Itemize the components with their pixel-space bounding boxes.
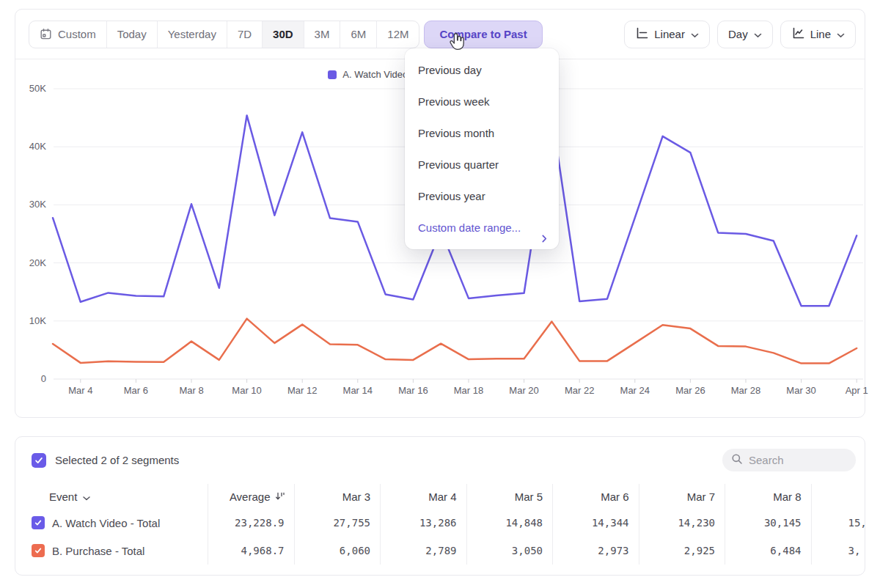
segments-header: Selected 2 of 2 segments [15,437,865,471]
value-cell: 23,228.9 [208,509,294,537]
series-line-b-purchase-total [53,319,857,364]
value-cell: 6,484 [725,537,811,565]
table-row-a-watch-video-total: A. Watch Video - Total23,228.927,75513,2… [15,509,865,537]
value-cell: 3,050 [466,537,553,565]
value-cell: 2,973 [552,537,639,565]
value-cell: 13,286 [380,509,466,537]
date-preset-7d[interactable]: 7D [227,21,263,48]
x-axis-tick-label: Mar 30 [777,385,826,396]
value-cell: 4,968.7 [208,537,294,565]
column-header-label: Average [230,490,271,503]
date-preset-group: CustomTodayYesterday7D30D3M6M12M [29,21,419,48]
value-cell: 30,145 [725,509,811,537]
x-axis-tick-label: Mar 20 [500,385,549,396]
compare-to-past-button[interactable]: Compare to Past [424,21,542,48]
column-header-label: Mar 7 [687,490,715,503]
value-cell: 6,060 [294,537,381,565]
search-icon [731,453,743,468]
y-axis-tick-label: 30K [15,199,46,210]
table-row-b-purchase-total: B. Purchase - Total4,968.76,0602,7893,05… [15,537,865,565]
event-name: B. Purchase - Total [52,545,144,557]
column-header-event[interactable]: Event [15,484,208,509]
menu-item-previous-week[interactable]: Previous week [405,86,559,117]
value-cell: 14,848 [466,509,553,537]
table-header-row: EventAverageMar 3Mar 4Mar 5Mar 6Mar 7Mar… [15,484,865,509]
compare-to-past-label: Compare to Past [439,28,527,40]
event-cell: A. Watch Video - Total [15,509,208,537]
menu-item-previous-year[interactable]: Previous year [405,180,559,212]
menu-item-custom-date-range[interactable]: Custom date range... [405,212,559,243]
column-header-label: Mar 8 [773,490,801,503]
scale-label: Linear [654,28,685,40]
y-axis-tick-label: 20K [15,257,46,268]
x-axis-tick-label: Apr 1 [832,385,880,396]
value-cell: 3, [811,537,866,565]
column-header-mar-6: Mar 6 [552,484,639,509]
column-header-label: M [865,490,866,503]
select-all-checkbox[interactable] [32,453,46,468]
selected-segments-label: Selected 2 of 2 segments [55,454,179,466]
date-preset-yesterday[interactable]: Yesterday [158,21,227,48]
date-preset-label: 30D [273,28,293,40]
x-axis-tick-label: Mar 22 [555,385,604,396]
date-preset-label: 12M [387,28,408,40]
date-preset-custom[interactable]: Custom [29,21,107,48]
y-axis-tick-label: 0 [15,373,46,384]
date-preset-label: 7D [238,28,252,40]
x-axis-tick-label: Mar 8 [167,385,216,396]
segments-table: EventAverageMar 3Mar 4Mar 5Mar 6Mar 7Mar… [15,484,865,565]
column-header-mar-8: Mar 8 [725,484,811,509]
column-header-average[interactable]: Average [208,484,294,509]
segment-checkbox-a-watch-video-total[interactable] [32,516,45,529]
interval-label: Day [728,28,748,40]
menu-item-previous-month[interactable]: Previous month [405,117,559,149]
date-preset-label: 6M [351,28,366,40]
compare-menu-list: Previous dayPrevious weekPrevious monthP… [405,54,559,243]
chevron-down-icon [691,28,699,40]
x-axis-tick-label: Mar 12 [278,385,326,396]
segment-checkbox-b-purchase-total[interactable] [32,544,45,557]
search-input[interactable] [749,454,844,466]
x-axis-tick-label: Mar 6 [111,385,160,396]
menu-item-previous-quarter[interactable]: Previous quarter [405,149,559,180]
x-axis-tick-label: Mar 14 [334,385,382,396]
column-header-label: Mar 4 [428,490,456,503]
segment-search[interactable] [722,449,856,471]
date-preset-today[interactable]: Today [107,21,158,48]
scale-dropdown-button[interactable]: Linear [624,21,710,48]
x-axis-tick-label: Mar 4 [56,385,105,396]
value-cell: 27,755 [294,509,381,537]
chevron-down-icon [754,28,762,40]
column-header-mar-7: Mar 7 [639,484,725,509]
menu-item-previous-day[interactable]: Previous day [405,54,559,86]
value-cell: 14,230 [639,509,725,537]
chart-type-label: Line [810,28,831,40]
date-preset-12m[interactable]: 12M [377,21,419,48]
column-header-label: Mar 5 [515,490,543,503]
date-preset-3m[interactable]: 3M [304,21,341,48]
calendar-icon [40,28,52,40]
event-name: A. Watch Video - Total [52,517,160,529]
value-cell: 15, [811,509,866,537]
compare-to-past-menu: Previous dayPrevious weekPrevious monthP… [405,48,559,249]
column-header-label: Mar 3 [342,490,370,503]
segments-panel: Selected 2 of 2 segments EventAverageMar… [15,436,865,576]
value-cell: 14,344 [552,509,639,537]
chevron-down-icon [83,490,90,503]
x-axis-tick-label: Mar 10 [223,385,271,396]
x-axis-tick-label: Mar 24 [611,385,659,396]
date-preset-30d[interactable]: 30D [263,21,304,48]
x-axis-tick-label: Mar 28 [722,385,770,396]
date-preset-label: 3M [315,28,330,40]
sort-descending-icon [275,490,285,503]
interval-dropdown-button[interactable]: Day [717,21,773,48]
y-axis-tick-label: 10K [15,315,46,326]
chart-type-dropdown-button[interactable]: Line [780,21,856,48]
column-header-mar-5: Mar 5 [466,484,553,509]
column-header-mar-3: Mar 3 [294,484,381,509]
date-preset-label: Today [117,28,147,40]
date-preset-6m[interactable]: 6M [340,21,377,48]
x-axis-tick-label: Mar 18 [444,385,493,396]
x-axis-tick-label: Mar 16 [389,385,437,396]
column-header-label: Mar 6 [601,490,628,503]
